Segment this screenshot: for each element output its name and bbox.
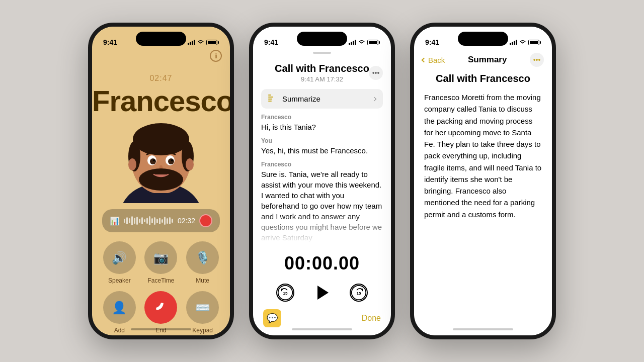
wifi-icon-3 — [519, 40, 526, 45]
svg-rect-15 — [136, 193, 186, 203]
keypad-label: Keypad — [192, 327, 213, 334]
done-button[interactable]: Done — [362, 314, 381, 323]
summarize-left: Summarize — [268, 95, 320, 103]
home-indicator-2 — [292, 328, 352, 330]
transcript-icon-button[interactable]: 💬 — [263, 309, 281, 327]
summary-title: Call with Francesco — [424, 73, 542, 84]
add-label: Add — [114, 327, 125, 334]
mute-button[interactable]: 🎙️ Mute — [185, 241, 220, 284]
avatar-container — [92, 120, 230, 203]
add-button[interactable]: 👤 Add — [102, 291, 137, 334]
transcript-messages: Francesco Hi, is this Tania? You Yes, hi… — [253, 109, 391, 248]
summary-text: Francesco Moretti from the moving compan… — [424, 92, 542, 220]
svg-rect-17 — [268, 97, 273, 98]
transcript-header: Call with Francesco 9:41 AM 17:32 ••• — [253, 59, 391, 83]
record-stop-button[interactable] — [199, 214, 212, 227]
status-icons-1 — [188, 40, 219, 45]
skip-forward-icon: 15 — [351, 284, 367, 302]
status-time-1: 9:41 — [103, 38, 117, 46]
signal-icon-3 — [510, 40, 517, 45]
summarize-label: Summarize — [282, 95, 320, 103]
playback-section: 00:00.00 15 — [253, 248, 391, 305]
facetime-button[interactable]: 📷 FaceTime — [144, 241, 179, 284]
playback-time: 00:00.00 — [253, 253, 391, 274]
home-indicator-3 — [453, 328, 513, 330]
play-icon — [317, 286, 329, 300]
wifi-icon-1 — [197, 40, 204, 45]
play-button[interactable] — [309, 280, 335, 305]
summary-nav: Back Summary ••• — [414, 49, 552, 69]
status-icons-3 — [510, 40, 541, 45]
info-button[interactable]: ℹ — [210, 50, 222, 62]
call-duration: 02:47 — [92, 74, 230, 83]
phone-active-call: 9:41 ℹ — [88, 23, 234, 339]
chevron-right-icon — [372, 97, 376, 101]
signal-icon-2 — [349, 40, 356, 45]
transcript-footer: 💬 Done — [253, 305, 391, 335]
keypad-button[interactable]: ⌨️ Keypad — [185, 291, 220, 334]
msg-speaker-1: You — [261, 137, 383, 144]
list-icon — [268, 95, 277, 103]
dynamic-island-2 — [297, 32, 347, 46]
svg-point-12 — [153, 159, 155, 161]
svg-rect-16 — [268, 95, 271, 96]
signal-icon-1 — [188, 40, 195, 45]
home-indicator-1 — [131, 328, 191, 330]
back-button[interactable]: Back — [422, 56, 445, 64]
transcript-title: Call with Francesco — [273, 63, 371, 74]
caller-name: Francesco — [92, 84, 230, 118]
summary-nav-title: Summary — [468, 55, 507, 65]
msg-speaker-2: Francesco — [261, 161, 383, 168]
facetime-label: FaceTime — [148, 277, 175, 284]
waveform-icon: 📊 — [110, 216, 120, 226]
svg-point-11 — [168, 158, 174, 164]
more-options-button[interactable]: ••• — [369, 66, 383, 80]
end-icon — [144, 291, 177, 324]
svg-point-14 — [139, 168, 183, 191]
phone-transcript: 9:41 — [249, 23, 395, 339]
battery-icon-1 — [206, 40, 219, 45]
svg-text:15: 15 — [357, 291, 361, 296]
summarize-icon — [268, 95, 277, 102]
recording-time: 02:32 — [178, 217, 195, 225]
recording-bar: 📊 — [102, 209, 220, 232]
drag-handle — [253, 52, 391, 59]
call-buttons-grid: 🔊 Speaker 📷 FaceTime 🎙️ Mute 👤 Add — [102, 241, 220, 334]
skip-back-button[interactable]: 15 — [276, 284, 294, 302]
chevron-left-icon — [422, 57, 427, 62]
transcript-msg-2: Francesco Sure is. Tania, we're all read… — [261, 161, 383, 243]
svg-point-3 — [133, 123, 189, 155]
wifi-icon-2 — [358, 40, 365, 45]
add-icon: 👤 — [103, 291, 136, 324]
svg-point-13 — [171, 159, 173, 161]
more-icon: ••• — [533, 56, 541, 64]
playback-controls: 15 15 — [253, 280, 391, 305]
msg-text-1: Yes, hi, this must be Francesco. — [261, 145, 383, 156]
memoji-avatar — [121, 120, 201, 203]
phones-container: 9:41 ℹ — [0, 0, 644, 362]
dynamic-island — [136, 32, 186, 46]
transcript-msg-1: You Yes, hi, this must be Francesco. — [261, 137, 383, 156]
speaker-icon: 🔊 — [103, 241, 136, 274]
svg-rect-19 — [268, 101, 272, 102]
mute-label: Mute — [196, 277, 209, 284]
transcript-msg-0: Francesco Hi, is this Tania? — [261, 114, 383, 132]
msg-text-2: Sure is. Tania, we're all ready to assis… — [261, 169, 383, 243]
waveform — [124, 216, 174, 226]
svg-point-10 — [150, 158, 156, 164]
status-time-3: 9:41 — [425, 38, 439, 46]
transcript-subtitle: 9:41 AM 17:32 — [273, 75, 371, 83]
battery-icon-3 — [528, 40, 541, 45]
status-time-2: 9:41 — [264, 38, 278, 46]
back-label: Back — [428, 56, 445, 64]
speaker-button[interactable]: 🔊 Speaker — [102, 241, 137, 284]
keypad-icon: ⌨️ — [186, 291, 219, 324]
end-call-button[interactable]: End — [144, 291, 179, 334]
speaker-label: Speaker — [108, 277, 131, 284]
msg-speaker-0: Francesco — [261, 114, 383, 121]
dynamic-island-3 — [458, 32, 508, 46]
mute-icon: 🎙️ — [186, 241, 219, 274]
summarize-button[interactable]: Summarize — [261, 89, 383, 109]
skip-forward-button[interactable]: 15 — [350, 284, 368, 302]
summary-more-button[interactable]: ••• — [530, 53, 544, 67]
